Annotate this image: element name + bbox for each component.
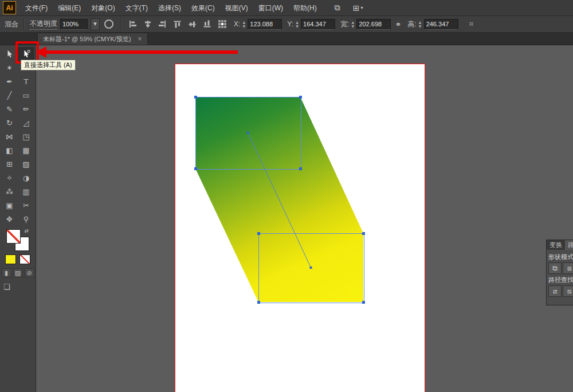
- pen-tool[interactable]: ✒: [1, 75, 18, 88]
- y-stepper[interactable]: ▲ ▼: [295, 20, 300, 28]
- minus-front-icon[interactable]: ⧈: [563, 262, 573, 274]
- anchor-point[interactable]: [194, 96, 197, 99]
- illustrator-window: Ai 文件(F) 编辑(E) 对象(O) 文字(T) 选择(S) 效果(C) 视…: [0, 0, 573, 392]
- menu-window[interactable]: 窗口(W): [253, 1, 288, 15]
- panel-body: 形状模式: ⧉ ⧈ ⧇ ⧆ 路径查找: ⧄ ⧅ ◫: [547, 250, 573, 300]
- menu-object[interactable]: 对象(O): [86, 1, 120, 15]
- menu-view[interactable]: 视图(V): [220, 1, 253, 15]
- swap-fill-stroke-icon[interactable]: ⇄: [24, 228, 29, 234]
- stepper-up-icon[interactable]: ▲: [352, 20, 355, 24]
- pathfinder-panel: 变换 路径查找器 形状模式: ⧉ ⧈ ⧇ ⧆ 路径查找: ⧄ ⧅ ◫: [546, 240, 573, 305]
- type-tool[interactable]: T: [18, 75, 34, 88]
- anchor-point[interactable]: [362, 301, 365, 304]
- selection-outline-top-rectangle: [195, 97, 301, 170]
- mesh-tool[interactable]: ⊞: [1, 157, 18, 171]
- anchor-point[interactable]: [257, 232, 260, 235]
- pathfinder-label: 路径查找:: [548, 276, 571, 284]
- eyedropper-tool[interactable]: ✧: [1, 171, 18, 185]
- color-button[interactable]: ▮: [2, 268, 11, 277]
- perspective-grid-tool[interactable]: ▦: [18, 143, 34, 157]
- menu-type[interactable]: 文字(T): [120, 1, 153, 15]
- opacity-link[interactable]: 不透明度: [30, 19, 57, 30]
- none-button[interactable]: ⊘: [25, 268, 34, 277]
- fill-stroke-control[interactable]: ⇄: [6, 229, 29, 251]
- width-input[interactable]: [356, 19, 391, 30]
- blend-tool[interactable]: ◑: [18, 171, 34, 185]
- y-input[interactable]: [301, 19, 335, 30]
- separator: [120, 18, 121, 30]
- menu-help[interactable]: 帮助(H): [288, 1, 322, 15]
- anchor-point[interactable]: [299, 167, 302, 170]
- launch-bridge-icon[interactable]: ⧉: [335, 3, 340, 13]
- anchor-point[interactable]: [362, 232, 365, 235]
- reference-point-locator[interactable]: [218, 20, 226, 28]
- zoom-tool[interactable]: ⚲: [18, 212, 34, 226]
- transform-options-icon[interactable]: ⌗: [469, 19, 473, 29]
- canvas-area[interactable]: 变换 路径查找器 形状模式: ⧉ ⧈ ⧇ ⧆ 路径查找: ⧄ ⧅ ◫: [36, 45, 573, 392]
- rotate-tool[interactable]: ↻: [1, 116, 18, 130]
- stepper-down-icon[interactable]: ▼: [243, 24, 246, 28]
- menu-select[interactable]: 选择(S): [153, 1, 186, 15]
- arrange-documents-icon[interactable]: ⊞: [353, 3, 360, 13]
- app-logo-icon: Ai: [3, 1, 16, 14]
- height-input[interactable]: [424, 19, 458, 30]
- tab-pathfinder[interactable]: 路径查找器: [565, 240, 573, 250]
- hand-tool[interactable]: ✥: [1, 212, 18, 226]
- free-transform-tool[interactable]: ◳: [18, 130, 34, 143]
- align-bottom-icon[interactable]: [202, 18, 213, 30]
- scale-tool[interactable]: ◿: [18, 116, 34, 130]
- align-left-icon[interactable]: [127, 18, 139, 30]
- shape-builder-tool[interactable]: ◧: [1, 143, 18, 157]
- tab-transform[interactable]: 变换: [547, 240, 565, 250]
- anchor-point[interactable]: [257, 301, 260, 304]
- x-stepper[interactable]: ▲ ▼: [241, 20, 246, 28]
- opacity-dropdown-button[interactable]: ▼: [91, 18, 100, 30]
- artboard-tool[interactable]: ▣: [1, 198, 18, 212]
- fill-color-swatch[interactable]: [5, 254, 16, 264]
- graphic-style-icon[interactable]: [104, 19, 113, 29]
- document-tab[interactable]: 未标题-1* @ 59% (CMYK/预览) ×: [37, 33, 148, 45]
- control-bar: 混合 不透明度 ▼ X: ▲ ▼: [0, 16, 573, 33]
- align-top-icon[interactable]: [172, 18, 183, 30]
- stepper-up-icon[interactable]: ▲: [296, 20, 299, 24]
- screen-mode-icon[interactable]: ❏: [3, 283, 10, 291]
- divide-icon[interactable]: ⧄: [548, 285, 562, 297]
- menu-file[interactable]: 文件(F): [20, 1, 53, 15]
- width-stepper[interactable]: ▲ ▼: [350, 20, 355, 28]
- menu-edit[interactable]: 编辑(E): [53, 1, 86, 15]
- align-right-icon[interactable]: [156, 18, 168, 30]
- width-tool[interactable]: ⋈: [1, 130, 18, 143]
- menu-effect[interactable]: 效果(C): [186, 1, 220, 15]
- x-input[interactable]: [248, 19, 282, 30]
- stepper-down-icon[interactable]: ▼: [296, 24, 299, 28]
- align-vertical-center-icon[interactable]: [187, 18, 198, 30]
- unite-icon[interactable]: ⧉: [548, 262, 562, 274]
- constrain-proportions-icon[interactable]: ⚭: [395, 20, 401, 29]
- close-tab-icon[interactable]: ×: [138, 35, 142, 43]
- align-horizontal-center-icon[interactable]: [142, 18, 154, 30]
- slice-tool[interactable]: ✂: [18, 198, 34, 212]
- trim-icon[interactable]: ⧅: [563, 285, 573, 297]
- artboard[interactable]: [175, 64, 425, 392]
- rectangle-tool[interactable]: ▭: [18, 88, 34, 102]
- line-segment-tool[interactable]: ╱: [1, 88, 18, 102]
- fill-swatch[interactable]: [6, 229, 21, 244]
- gradient-tool[interactable]: ▨: [18, 157, 34, 171]
- arrange-documents-caret-icon[interactable]: ▾: [360, 5, 363, 10]
- symbol-sprayer-tool[interactable]: ⁂: [1, 185, 18, 198]
- height-stepper[interactable]: ▲ ▼: [418, 20, 423, 28]
- height-field-group: 高: ▲ ▼: [405, 19, 458, 30]
- stepper-up-icon[interactable]: ▲: [243, 20, 246, 24]
- stepper-down-icon[interactable]: ▼: [352, 24, 355, 28]
- column-graph-tool[interactable]: ▥: [18, 185, 34, 198]
- stepper-up-icon[interactable]: ▲: [419, 20, 422, 24]
- none-swatch[interactable]: [19, 254, 30, 264]
- paintbrush-tool[interactable]: ✎: [1, 102, 18, 116]
- stepper-down-icon[interactable]: ▼: [419, 24, 422, 28]
- pencil-tool[interactable]: ✏: [18, 102, 34, 116]
- tool-tooltip: 直接选择工具 (A): [21, 60, 76, 70]
- anchor-point[interactable]: [194, 167, 197, 170]
- gradient-button[interactable]: ▨: [13, 268, 23, 277]
- opacity-input[interactable]: [60, 19, 88, 30]
- anchor-point[interactable]: [299, 96, 302, 99]
